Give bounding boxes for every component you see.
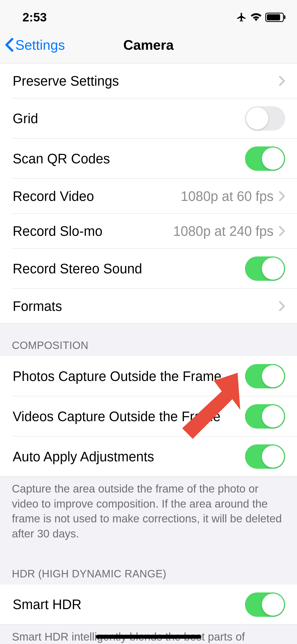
videos-outside-toggle[interactable] bbox=[245, 404, 285, 429]
toggle-knob bbox=[262, 365, 284, 387]
chevron-back-icon bbox=[5, 38, 14, 52]
battery-icon bbox=[265, 13, 284, 22]
toggle-knob bbox=[262, 257, 284, 280]
home-indicator[interactable] bbox=[96, 635, 201, 639]
photos-outside-row: Photos Capture Outside the Frame bbox=[0, 356, 297, 396]
status-icons bbox=[236, 12, 284, 22]
videos-outside-row: Videos Capture Outside the Frame bbox=[0, 396, 297, 436]
navigation-bar: Settings Camera bbox=[0, 26, 297, 63]
toggle-knob bbox=[262, 148, 284, 170]
preserve-settings-row[interactable]: Preserve Settings bbox=[0, 63, 297, 98]
wifi-icon bbox=[251, 12, 261, 22]
auto-apply-row: Auto Apply Adjustments bbox=[0, 436, 297, 477]
formats-row[interactable]: Formats bbox=[0, 289, 297, 324]
auto-apply-toggle[interactable] bbox=[245, 444, 285, 469]
row-label: Record Stereo Sound bbox=[13, 261, 142, 277]
scan-qr-codes-toggle[interactable] bbox=[245, 146, 285, 171]
page-title: Camera bbox=[123, 37, 174, 53]
toggle-knob bbox=[246, 107, 268, 130]
toggle-knob bbox=[262, 405, 284, 427]
chevron-right-icon bbox=[279, 226, 285, 236]
composition-footer: Capture the area outside the frame of th… bbox=[0, 477, 297, 552]
toggle-knob bbox=[262, 445, 284, 468]
grid-toggle[interactable] bbox=[245, 106, 285, 131]
record-video-row[interactable]: Record Video 1080p at 60 fps bbox=[0, 179, 297, 214]
photos-outside-toggle[interactable] bbox=[245, 364, 285, 388]
scan-qr-codes-row: Scan QR Codes bbox=[0, 139, 297, 179]
row-detail: 1080p at 240 fps bbox=[173, 223, 285, 239]
smart-hdr-row: Smart HDR bbox=[0, 585, 297, 625]
airplane-mode-icon bbox=[236, 12, 247, 22]
main-section: Preserve Settings Grid Scan QR Codes Rec… bbox=[0, 63, 297, 324]
battery-fill bbox=[267, 14, 280, 20]
composition-header: COMPOSITION bbox=[0, 324, 297, 356]
record-slomo-value: 1080p at 240 fps bbox=[173, 223, 274, 239]
row-label: Preserve Settings bbox=[13, 73, 119, 89]
row-label: Formats bbox=[13, 298, 62, 314]
row-label: Videos Capture Outside the Frame bbox=[13, 409, 220, 424]
record-slomo-row[interactable]: Record Slo-mo 1080p at 240 fps bbox=[0, 214, 297, 249]
row-detail: 1080p at 60 fps bbox=[181, 188, 285, 204]
grid-row: Grid bbox=[0, 98, 297, 139]
chevron-right-icon bbox=[279, 76, 285, 86]
back-button[interactable]: Settings bbox=[5, 37, 65, 53]
smart-hdr-toggle[interactable] bbox=[245, 592, 285, 617]
row-label: Scan QR Codes bbox=[13, 151, 110, 167]
hdr-header: HDR (HIGH DYNAMIC RANGE) bbox=[0, 552, 297, 585]
back-label: Settings bbox=[15, 37, 65, 53]
chevron-right-icon bbox=[279, 301, 285, 311]
toggle-knob bbox=[262, 594, 284, 616]
chevron-right-icon bbox=[279, 191, 285, 201]
row-label: Smart HDR bbox=[13, 597, 82, 612]
row-label: Photos Capture Outside the Frame bbox=[13, 369, 221, 384]
status-time: 2:53 bbox=[13, 10, 47, 24]
row-label: Auto Apply Adjustments bbox=[13, 449, 154, 464]
record-stereo-sound-toggle[interactable] bbox=[245, 256, 285, 281]
record-stereo-sound-row: Record Stereo Sound bbox=[0, 249, 297, 289]
hdr-footer: Smart HDR intelligently blends the best … bbox=[0, 625, 297, 644]
row-label: Grid bbox=[13, 111, 38, 126]
row-label: Record Video bbox=[13, 188, 94, 204]
composition-section: Photos Capture Outside the Frame Videos … bbox=[0, 356, 297, 477]
record-video-value: 1080p at 60 fps bbox=[181, 188, 274, 204]
status-bar: 2:53 bbox=[0, 0, 297, 26]
row-label: Record Slo-mo bbox=[13, 223, 102, 239]
hdr-section: Smart HDR bbox=[0, 585, 297, 625]
